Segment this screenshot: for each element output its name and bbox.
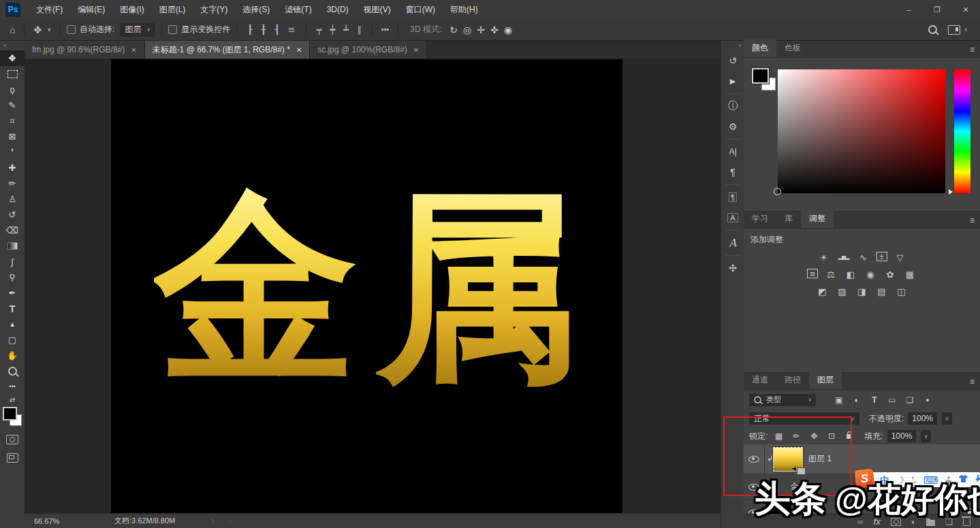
rectangular-marquee-tool[interactable] — [0, 66, 25, 82]
restore-button[interactable]: ❐ — [923, 0, 951, 19]
auto-select-checkbox[interactable] — [67, 25, 76, 34]
actions-panel-button[interactable]: ▶ — [721, 71, 744, 91]
tab-channels[interactable]: 通道 — [744, 372, 776, 389]
panel-menu-icon[interactable]: ≡ — [970, 216, 975, 225]
canvas[interactable]: 金 属 — [111, 59, 622, 514]
menu-layer[interactable]: 图层(L) — [152, 0, 193, 19]
document-tab-sc[interactable]: sc.jpg @ 100%(RGB/8#) ✕ — [310, 41, 427, 59]
panel-foreground-swatch[interactable] — [752, 68, 769, 84]
show-transform-controls-checkbox[interactable] — [168, 25, 177, 34]
3d-orbit-icon[interactable]: ↻ — [447, 25, 460, 35]
gradient-tool[interactable] — [0, 238, 25, 254]
zoom-tool[interactable] — [0, 363, 25, 379]
saturation-brightness-field[interactable] — [778, 69, 945, 193]
info-panel-button[interactable]: ⓘ — [721, 96, 744, 116]
tab-paths[interactable]: 路径 — [776, 372, 809, 389]
crop-tool[interactable]: ⌗ — [0, 113, 25, 129]
tab-adjustments[interactable]: 调整 — [801, 210, 834, 228]
more-align-options-button[interactable]: ••• — [379, 26, 392, 33]
filter-adjustment-layers-icon[interactable]: ◐ — [850, 394, 864, 406]
panels-collapse-icon[interactable]: « — [721, 41, 744, 50]
color-balance-icon[interactable]: ⚖ — [824, 269, 838, 280]
toolbar-collapse-icon[interactable]: » — [0, 41, 25, 50]
fill-value-field[interactable]: 100% — [887, 430, 917, 442]
paragraph-styles-panel-button[interactable]: ¶ — [721, 187, 744, 208]
invert-icon[interactable]: ◩ — [816, 286, 829, 297]
minimize-button[interactable]: – — [894, 0, 923, 19]
menu-type[interactable]: 文字(Y) — [193, 0, 235, 19]
panel-menu-icon[interactable]: ≡ — [970, 377, 975, 386]
hue-slider[interactable] — [954, 69, 970, 193]
vibrance-icon[interactable]: ▽ — [894, 252, 907, 263]
opacity-dropdown-chevron[interactable]: ∨ — [942, 412, 952, 425]
move-tool-preset-icon[interactable]: ✥ — [31, 25, 44, 35]
color-picker-marker[interactable] — [774, 188, 781, 195]
tab-libraries[interactable]: 库 — [776, 210, 801, 228]
exposure-icon[interactable]: ± — [876, 252, 887, 261]
screen-mode-button[interactable] — [0, 450, 25, 465]
libraries-panel-button[interactable]: ✣ — [721, 258, 744, 278]
menu-view[interactable]: 视图(V) — [356, 0, 398, 19]
align-bottom-edges-icon[interactable]: ┷ — [339, 24, 353, 35]
brush-tool[interactable]: ✏ — [0, 176, 25, 191]
black-white-icon[interactable]: ◧ — [844, 269, 857, 280]
curves-icon[interactable]: ∿ — [857, 252, 870, 263]
shape-tool[interactable]: ▢ — [0, 332, 25, 348]
color-lookup-icon[interactable]: ▦ — [903, 269, 917, 280]
search-icon[interactable] — [928, 25, 937, 34]
photo-filter-icon[interactable]: ◉ — [864, 269, 877, 280]
3d-slide-icon[interactable]: ✜ — [488, 25, 501, 35]
distribute-horizontal-icon[interactable]: ≡ — [284, 24, 300, 35]
align-vertical-centers-icon[interactable]: ┿ — [326, 24, 339, 35]
3d-pan-icon[interactable]: ✛ — [474, 25, 488, 35]
tab-color[interactable]: 颜色 — [744, 39, 776, 57]
menu-file[interactable]: 文件(F) — [29, 0, 70, 19]
auto-select-target-dropdown[interactable]: 图层 ∨ — [120, 23, 155, 37]
zoom-level-field[interactable]: 66.67% — [34, 517, 82, 525]
tab-swatches[interactable]: 色板 — [776, 39, 809, 57]
close-button[interactable]: ✕ — [951, 0, 980, 19]
menu-3d[interactable]: 3D(D) — [319, 0, 356, 19]
menu-window[interactable]: 窗口(W) — [398, 0, 443, 19]
edit-toolbar-button[interactable]: ••• — [0, 379, 25, 395]
hue-slider-arrow[interactable] — [949, 189, 953, 195]
menu-help[interactable]: 帮助(H) — [443, 0, 486, 19]
menu-edit[interactable]: 编辑(E) — [70, 0, 112, 19]
foreground-color-swatch[interactable] — [3, 407, 17, 420]
paragraph-panel-button[interactable]: ¶ — [721, 162, 744, 182]
clone-stamp-tool[interactable]: ♙ — [0, 191, 25, 207]
character-panel-button[interactable]: A| — [721, 142, 744, 162]
align-left-edges-icon[interactable]: ┠ — [243, 24, 257, 35]
eraser-tool[interactable]: ⌫ — [0, 222, 25, 238]
menu-image[interactable]: 图像(I) — [112, 0, 151, 19]
selective-color-icon[interactable]: ◫ — [895, 286, 908, 297]
tab-learn[interactable]: 学习 — [744, 210, 776, 228]
type-tool[interactable]: T — [0, 301, 25, 316]
brightness-contrast-icon[interactable]: ☀ — [817, 252, 831, 263]
history-panel-button[interactable]: ↺ — [721, 50, 744, 71]
layer-filter-toggle[interactable]: ● — [921, 394, 934, 406]
threshold-icon[interactable]: ◨ — [855, 286, 869, 297]
levels-icon[interactable]: ▂▅▂ — [837, 252, 851, 263]
character-styles-panel-button[interactable]: A — [721, 208, 744, 228]
align-right-edges-icon[interactable]: ┨ — [270, 24, 284, 35]
close-tab-icon[interactable]: ✕ — [413, 46, 419, 54]
document-tab-fm[interactable]: fm.jpg @ 90.6%(RGB/8#) ✕ — [25, 41, 145, 59]
align-top-edges-icon[interactable]: ┯ — [313, 24, 326, 35]
move-tool[interactable]: ✥ — [0, 50, 25, 66]
filter-pixel-layers-icon[interactable]: ▣ — [832, 394, 846, 406]
close-tab-icon[interactable]: ✕ — [296, 46, 302, 54]
channel-mixer-icon[interactable]: ✿ — [883, 269, 897, 280]
hand-tool[interactable]: ✋ — [0, 348, 25, 363]
frame-tool[interactable]: ⊠ — [0, 129, 25, 144]
close-tab-icon[interactable]: ✕ — [131, 46, 136, 54]
opacity-value-field[interactable]: 100% — [908, 412, 937, 425]
filter-type-layers-icon[interactable]: T — [868, 394, 881, 406]
gradient-map-icon[interactable]: ▤ — [875, 286, 889, 297]
tab-layers[interactable]: 图层 — [809, 372, 842, 389]
distribute-vertical-icon[interactable]: ∥ — [353, 24, 366, 35]
pen-tool[interactable]: ✒ — [0, 285, 25, 301]
panel-menu-icon[interactable]: ≡ — [970, 45, 975, 54]
3d-roll-icon[interactable]: ◎ — [460, 25, 474, 35]
lasso-tool[interactable]: ϙ — [0, 82, 25, 97]
